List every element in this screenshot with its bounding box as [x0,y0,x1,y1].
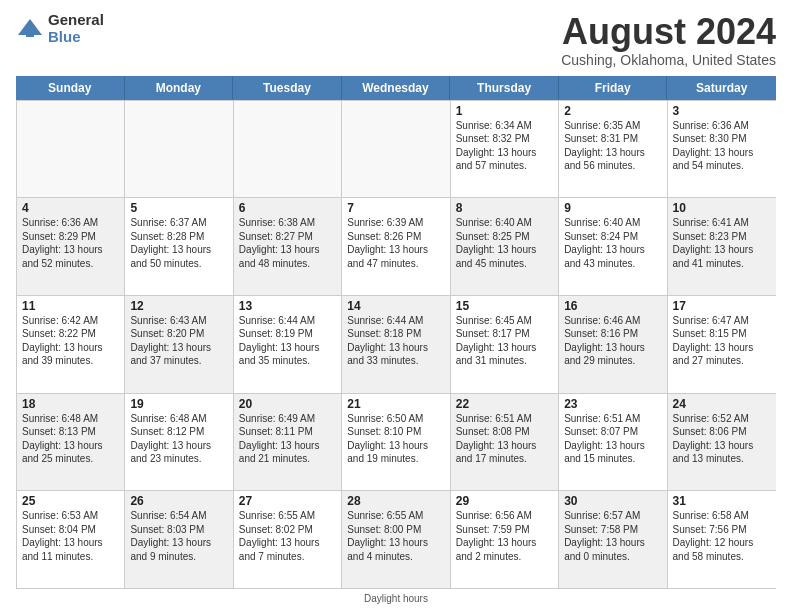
day-number: 10 [673,201,771,215]
cal-cell: 23Sunrise: 6:51 AM Sunset: 8:07 PM Dayli… [559,394,667,491]
cell-text: Sunrise: 6:38 AM Sunset: 8:27 PM Dayligh… [239,216,336,270]
cal-cell: 18Sunrise: 6:48 AM Sunset: 8:13 PM Dayli… [17,394,125,491]
cell-text: Sunrise: 6:41 AM Sunset: 8:23 PM Dayligh… [673,216,771,270]
cal-cell [234,101,342,198]
cell-text: Sunrise: 6:44 AM Sunset: 8:18 PM Dayligh… [347,314,444,368]
cal-cell: 13Sunrise: 6:44 AM Sunset: 8:19 PM Dayli… [234,296,342,393]
day-number: 29 [456,494,553,508]
cal-cell: 12Sunrise: 6:43 AM Sunset: 8:20 PM Dayli… [125,296,233,393]
cal-cell: 29Sunrise: 6:56 AM Sunset: 7:59 PM Dayli… [451,491,559,588]
cell-text: Sunrise: 6:34 AM Sunset: 8:32 PM Dayligh… [456,119,553,173]
cal-cell: 30Sunrise: 6:57 AM Sunset: 7:58 PM Dayli… [559,491,667,588]
day-number: 13 [239,299,336,313]
day-number: 25 [22,494,119,508]
day-number: 4 [22,201,119,215]
day-number: 11 [22,299,119,313]
cal-cell: 4Sunrise: 6:36 AM Sunset: 8:29 PM Daylig… [17,198,125,295]
cal-cell [17,101,125,198]
cell-text: Sunrise: 6:40 AM Sunset: 8:25 PM Dayligh… [456,216,553,270]
cal-cell: 24Sunrise: 6:52 AM Sunset: 8:06 PM Dayli… [668,394,776,491]
day-number: 6 [239,201,336,215]
cell-text: Sunrise: 6:35 AM Sunset: 8:31 PM Dayligh… [564,119,661,173]
cell-text: Sunrise: 6:55 AM Sunset: 8:02 PM Dayligh… [239,509,336,563]
cal-cell: 19Sunrise: 6:48 AM Sunset: 8:12 PM Dayli… [125,394,233,491]
cal-week: 1Sunrise: 6:34 AM Sunset: 8:32 PM Daylig… [17,101,776,199]
cal-cell: 1Sunrise: 6:34 AM Sunset: 8:32 PM Daylig… [451,101,559,198]
cal-cell: 17Sunrise: 6:47 AM Sunset: 8:15 PM Dayli… [668,296,776,393]
day-number: 21 [347,397,444,411]
cell-text: Sunrise: 6:56 AM Sunset: 7:59 PM Dayligh… [456,509,553,563]
day-number: 12 [130,299,227,313]
cal-cell: 15Sunrise: 6:45 AM Sunset: 8:17 PM Dayli… [451,296,559,393]
day-number: 14 [347,299,444,313]
cal-header-day: Monday [125,76,234,100]
cell-text: Sunrise: 6:47 AM Sunset: 8:15 PM Dayligh… [673,314,771,368]
month-title: August 2024 [561,12,776,52]
cell-text: Sunrise: 6:39 AM Sunset: 8:26 PM Dayligh… [347,216,444,270]
cell-text: Sunrise: 6:37 AM Sunset: 8:28 PM Dayligh… [130,216,227,270]
cal-header-day: Friday [559,76,668,100]
logo-general: General [48,12,104,29]
calendar: SundayMondayTuesdayWednesdayThursdayFrid… [16,76,776,589]
day-number: 27 [239,494,336,508]
day-number: 16 [564,299,661,313]
cal-cell: 3Sunrise: 6:36 AM Sunset: 8:30 PM Daylig… [668,101,776,198]
cal-cell: 16Sunrise: 6:46 AM Sunset: 8:16 PM Dayli… [559,296,667,393]
day-number: 7 [347,201,444,215]
cell-text: Sunrise: 6:52 AM Sunset: 8:06 PM Dayligh… [673,412,771,466]
cal-cell: 2Sunrise: 6:35 AM Sunset: 8:31 PM Daylig… [559,101,667,198]
cal-cell: 8Sunrise: 6:40 AM Sunset: 8:25 PM Daylig… [451,198,559,295]
cal-cell: 20Sunrise: 6:49 AM Sunset: 8:11 PM Dayli… [234,394,342,491]
cell-text: Sunrise: 6:40 AM Sunset: 8:24 PM Dayligh… [564,216,661,270]
cal-header-day: Saturday [667,76,776,100]
cal-cell: 22Sunrise: 6:51 AM Sunset: 8:08 PM Dayli… [451,394,559,491]
day-number: 1 [456,104,553,118]
day-number: 18 [22,397,119,411]
cal-header-day: Tuesday [233,76,342,100]
day-number: 17 [673,299,771,313]
cell-text: Sunrise: 6:49 AM Sunset: 8:11 PM Dayligh… [239,412,336,466]
logo: General Blue [16,12,104,45]
cal-cell: 6Sunrise: 6:38 AM Sunset: 8:27 PM Daylig… [234,198,342,295]
cell-text: Sunrise: 6:46 AM Sunset: 8:16 PM Dayligh… [564,314,661,368]
cal-cell [342,101,450,198]
calendar-header: SundayMondayTuesdayWednesdayThursdayFrid… [16,76,776,100]
cal-cell: 14Sunrise: 6:44 AM Sunset: 8:18 PM Dayli… [342,296,450,393]
cal-cell: 5Sunrise: 6:37 AM Sunset: 8:28 PM Daylig… [125,198,233,295]
cell-text: Sunrise: 6:43 AM Sunset: 8:20 PM Dayligh… [130,314,227,368]
day-number: 5 [130,201,227,215]
cal-header-day: Thursday [450,76,559,100]
cell-text: Sunrise: 6:44 AM Sunset: 8:19 PM Dayligh… [239,314,336,368]
cell-text: Sunrise: 6:45 AM Sunset: 8:17 PM Dayligh… [456,314,553,368]
day-number: 23 [564,397,661,411]
logo-text: General Blue [48,12,104,45]
day-number: 31 [673,494,771,508]
day-number: 24 [673,397,771,411]
cal-cell: 26Sunrise: 6:54 AM Sunset: 8:03 PM Dayli… [125,491,233,588]
day-number: 28 [347,494,444,508]
cal-cell: 27Sunrise: 6:55 AM Sunset: 8:02 PM Dayli… [234,491,342,588]
cal-header-day: Sunday [16,76,125,100]
cell-text: Sunrise: 6:58 AM Sunset: 7:56 PM Dayligh… [673,509,771,563]
cell-text: Sunrise: 6:48 AM Sunset: 8:13 PM Dayligh… [22,412,119,466]
cal-header-day: Wednesday [342,76,451,100]
day-number: 8 [456,201,553,215]
cal-cell: 31Sunrise: 6:58 AM Sunset: 7:56 PM Dayli… [668,491,776,588]
cell-text: Sunrise: 6:50 AM Sunset: 8:10 PM Dayligh… [347,412,444,466]
title-area: August 2024 Cushing, Oklahoma, United St… [561,12,776,68]
day-number: 15 [456,299,553,313]
logo-icon [16,15,44,43]
cell-text: Sunrise: 6:36 AM Sunset: 8:29 PM Dayligh… [22,216,119,270]
cell-text: Sunrise: 6:36 AM Sunset: 8:30 PM Dayligh… [673,119,771,173]
cal-cell: 9Sunrise: 6:40 AM Sunset: 8:24 PM Daylig… [559,198,667,295]
cell-text: Sunrise: 6:51 AM Sunset: 8:07 PM Dayligh… [564,412,661,466]
day-number: 9 [564,201,661,215]
cal-cell: 10Sunrise: 6:41 AM Sunset: 8:23 PM Dayli… [668,198,776,295]
cal-cell: 28Sunrise: 6:55 AM Sunset: 8:00 PM Dayli… [342,491,450,588]
location: Cushing, Oklahoma, United States [561,52,776,68]
header: General Blue August 2024 Cushing, Oklaho… [16,12,776,68]
cell-text: Sunrise: 6:57 AM Sunset: 7:58 PM Dayligh… [564,509,661,563]
svg-rect-1 [26,31,34,37]
cell-text: Sunrise: 6:51 AM Sunset: 8:08 PM Dayligh… [456,412,553,466]
cal-cell: 7Sunrise: 6:39 AM Sunset: 8:26 PM Daylig… [342,198,450,295]
